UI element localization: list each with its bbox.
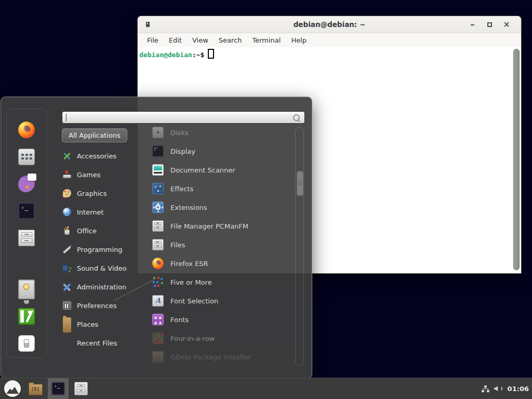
terminal-scrollbar-thumb[interactable] (513, 49, 520, 270)
fontselection-icon (152, 295, 164, 307)
preferences-icon (63, 301, 71, 310)
menu-scrollbar-thumb[interactable] (297, 171, 303, 196)
favorite-terminal[interactable] (7, 197, 46, 224)
filecab-icon (152, 239, 164, 250)
extensions-icon (152, 202, 164, 213)
terminal-menu-file[interactable]: File (142, 34, 164, 46)
app-item-label: Effects (170, 185, 193, 193)
close-button[interactable] (502, 21, 511, 29)
terminal-icon (51, 382, 65, 395)
favorite-firefox[interactable] (7, 116, 46, 143)
category-office[interactable]: Office (62, 221, 145, 240)
network-icon[interactable] (482, 385, 489, 392)
category-administration[interactable]: Administration (62, 277, 145, 296)
app-item-fonts[interactable]: Fonts (148, 310, 295, 329)
app-item-gdebi-package-installer[interactable]: GDebi Package Installer (148, 348, 295, 366)
terminal-menu-help[interactable]: Help (286, 34, 312, 46)
terminal-titlebar[interactable]: debian@debian: ~ (138, 16, 521, 33)
taskbar-menu-button[interactable] (2, 378, 23, 399)
taskbar-terminal-button[interactable] (48, 378, 69, 399)
terminal-cursor (208, 49, 214, 59)
app-item-disks[interactable]: Disks (148, 123, 295, 142)
category-graphics[interactable]: Graphics (62, 184, 145, 203)
app-item-firefox-esr[interactable]: Firefox ESR (148, 254, 295, 273)
app-item-five-or-more[interactable]: Five or More (148, 273, 295, 291)
category-label: Places (77, 321, 98, 328)
category-places[interactable]: Places (62, 315, 145, 334)
screensaver-icon (18, 280, 35, 299)
desktop: debian@debian: ~ FileEditViewSearchTermi… (0, 0, 532, 399)
category-internet[interactable]: Internet (62, 203, 145, 221)
app-item-label: Font Selection (170, 297, 218, 305)
favorite-messenger[interactable] (7, 170, 46, 197)
app-item-label: Files (170, 241, 185, 249)
category-label: Internet (77, 208, 104, 216)
app-item-label: Four-in-a-row (170, 335, 215, 342)
graphics-icon (63, 189, 71, 197)
administration-icon (63, 283, 71, 291)
category-accessories[interactable]: Accessories (62, 147, 145, 165)
favorite-logout[interactable] (7, 303, 46, 330)
app-item-display[interactable]: Display (148, 142, 295, 161)
favorite-shutdown[interactable] (7, 330, 46, 357)
system-tray: 01:06 (482, 378, 532, 399)
places-icon (63, 317, 71, 332)
category-recent-files[interactable]: Recent Files (62, 334, 145, 352)
favorite-file-manager[interactable] (7, 224, 46, 251)
favorite-screensaver[interactable] (7, 276, 46, 303)
scanner-icon (152, 164, 164, 176)
terminal-menu-search[interactable]: Search (214, 34, 247, 46)
category-programming[interactable]: Programming (62, 240, 145, 259)
software-icon (18, 149, 35, 165)
terminal-menu-terminal[interactable]: Terminal (247, 34, 286, 46)
terminal-menu-view[interactable]: View (187, 34, 214, 46)
category-games[interactable]: Games (62, 165, 145, 184)
app-item-effects[interactable]: Effects (148, 179, 295, 198)
app-item-label: Fonts (170, 316, 189, 324)
volume-icon[interactable] (494, 385, 503, 392)
text-caret (66, 114, 66, 122)
folder-d-icon (29, 384, 43, 395)
maximize-button[interactable] (485, 21, 494, 29)
games-icon (63, 170, 71, 179)
menu-scrollbar-track[interactable] (295, 127, 304, 366)
app-item-four-in-a-row[interactable]: Four-in-a-row (148, 329, 295, 348)
minimize-button[interactable] (468, 21, 477, 29)
taskbar-file-manager-button[interactable] (71, 378, 91, 399)
terminal-menu-edit[interactable]: Edit (164, 34, 187, 46)
favorite-software[interactable] (7, 143, 46, 170)
category-preferences[interactable]: Preferences (62, 296, 145, 315)
filecab-icon (152, 220, 164, 232)
display-icon (152, 145, 164, 157)
start-icon (4, 380, 21, 397)
app-item-extensions[interactable]: Extensions (148, 198, 295, 217)
firefox-icon (152, 258, 164, 269)
app-item-label: Document Scanner (170, 166, 235, 174)
category-label: Sound & Video (77, 264, 127, 272)
app-item-file-manager-pcmanfm[interactable]: File Manager PCManFM (148, 217, 295, 235)
taskbar: 01:06 (0, 378, 532, 399)
category-all-applications[interactable]: All Applications (62, 128, 145, 145)
application-list: DisksDisplayDocument ScannerEffectsExten… (148, 123, 295, 366)
terminal-title: debian@debian: ~ (138, 16, 521, 33)
fonts-icon (152, 314, 164, 325)
category-selected-button[interactable]: All Applications (62, 128, 127, 142)
app-item-label: File Manager PCManFM (170, 222, 248, 230)
taskbar-folder-button[interactable] (25, 378, 46, 399)
clock[interactable]: 01:06 (508, 385, 529, 393)
category-label: Recent Files (77, 339, 117, 347)
app-item-label: Extensions (170, 204, 207, 211)
disks-icon (152, 127, 164, 138)
app-item-label: Disks (170, 129, 189, 137)
app-item-document-scanner[interactable]: Document Scanner (148, 161, 295, 179)
soundvideo-icon (63, 264, 71, 272)
category-label: Preferences (77, 302, 116, 310)
category-sound-video[interactable]: Sound & Video (62, 259, 145, 277)
search-input[interactable] (62, 111, 305, 124)
internet-icon (63, 208, 71, 216)
app-item-files[interactable]: Files (148, 235, 295, 254)
app-item-font-selection[interactable]: Font Selection (148, 291, 295, 310)
terminal-prompt: debian@debian:~$ (138, 47, 521, 60)
terminal-scrollbar-track[interactable] (513, 48, 521, 272)
favorites-column (6, 109, 47, 358)
